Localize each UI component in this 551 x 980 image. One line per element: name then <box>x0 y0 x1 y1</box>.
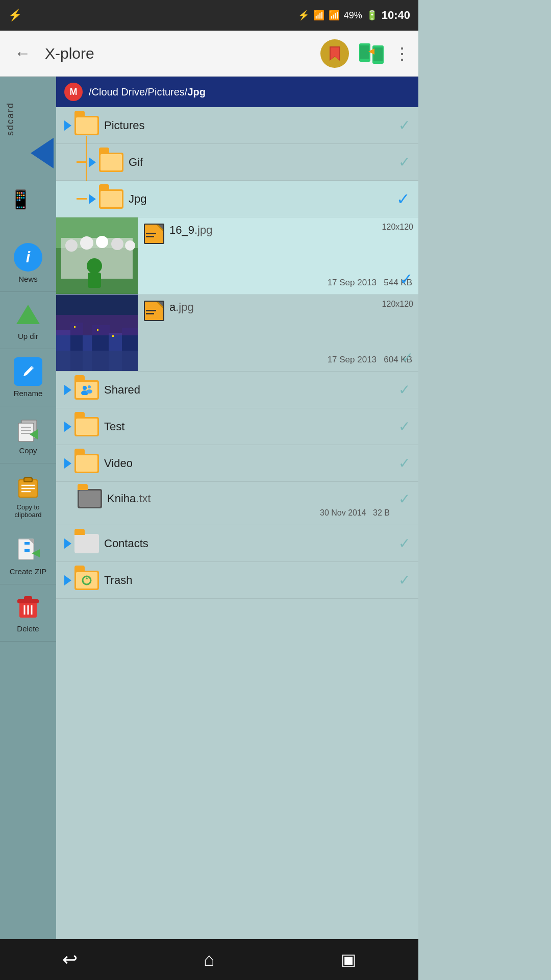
check-mark-icon: ✓ <box>398 418 410 435</box>
sdcard-arrow-icon[interactable] <box>31 138 54 168</box>
file-type-icon <box>144 301 164 321</box>
sidebar-actions: i News Up dir <box>0 235 56 642</box>
svg-rect-27 <box>24 553 30 555</box>
svg-rect-31 <box>24 596 32 600</box>
svg-point-41 <box>111 238 123 250</box>
svg-marker-1 <box>331 47 339 60</box>
image-name: 16_9.jpg <box>169 224 212 237</box>
back-button[interactable]: ← <box>8 39 37 68</box>
file-name-text: Kniha <box>107 492 136 505</box>
check-mark-icon: ✓ <box>398 455 410 472</box>
file-size: 32 B <box>373 508 390 517</box>
sidebar-item-updir[interactable]: Up dir <box>0 292 56 349</box>
check-mark-icon: ✓ <box>398 154 410 170</box>
createzip-label: Create ZIP <box>10 567 47 576</box>
sidebar-item-delete[interactable]: Delete <box>0 584 56 642</box>
sidebar-item-createzip[interactable]: Create ZIP <box>0 527 56 584</box>
image-date: 17 Sep 2013 <box>328 355 377 364</box>
svg-rect-10 <box>18 423 34 442</box>
svg-point-40 <box>96 236 108 248</box>
check-mark-icon: ✓ <box>398 491 410 507</box>
list-item[interactable]: Kniha.txt ✓ 30 Nov 2014 32 B <box>56 482 418 525</box>
folder-icon <box>99 153 123 172</box>
list-item[interactable]: Video ✓ <box>56 445 418 482</box>
expand-arrow-icon <box>64 120 71 131</box>
copy-label: Copy <box>19 446 37 455</box>
transfer-button[interactable] <box>357 39 386 68</box>
folder-icon <box>74 534 99 553</box>
list-item[interactable]: Test ✓ <box>56 408 418 445</box>
list-item[interactable]: Jpg ✓ <box>56 181 418 217</box>
bookmark-icon <box>327 45 343 62</box>
expand-arrow-icon <box>64 385 71 395</box>
bluetooth-icon: ⚡ <box>298 10 309 21</box>
clipboard-label: Copy to clipboard <box>4 503 52 519</box>
sidebar: sdcard 📱 i News Up dir <box>0 77 56 939</box>
check-mark-icon: ✓ <box>396 189 410 209</box>
file-name: Kniha.txt <box>107 492 398 505</box>
svg-rect-56 <box>56 351 138 371</box>
list-item[interactable]: Gif ✓ <box>56 144 418 181</box>
file-date: 30 Nov 2014 <box>320 508 366 517</box>
file-list: Pictures ✓ Gif ✓ <box>56 107 418 939</box>
content-panel: M /Cloud Drive/Pictures/Jpg <box>56 77 418 939</box>
svg-rect-44 <box>88 273 101 288</box>
recent-nav-button[interactable]: ▣ <box>328 944 369 975</box>
file-name: Gif <box>129 156 394 169</box>
folder-icon <box>74 454 99 473</box>
image-date: 17 Sep 2013 <box>328 278 377 287</box>
svg-rect-26 <box>24 549 30 552</box>
news-icon: i <box>14 243 42 272</box>
path-bar: M /Cloud Drive/Pictures/Jpg <box>56 77 418 107</box>
image-thumbnail <box>56 295 138 371</box>
svg-point-68 <box>86 389 92 394</box>
mega-icon: M <box>64 83 83 101</box>
list-item[interactable]: Pictures ✓ <box>56 107 418 144</box>
svg-point-65 <box>83 386 87 390</box>
list-item[interactable]: a.jpg 120x120 17 Sep 2013 604 KB ✓ <box>56 295 418 372</box>
sidebar-item-copy[interactable]: Copy <box>0 406 56 463</box>
svg-rect-48 <box>146 236 154 237</box>
image-dims: 120x120 <box>382 300 413 309</box>
file-name: Trash <box>104 574 394 587</box>
image-info: a.jpg 120x120 17 Sep 2013 604 KB ✓ <box>138 295 418 371</box>
sidebar-item-rename[interactable]: Rename <box>0 349 56 406</box>
tree-h-line <box>77 198 87 200</box>
image-dims: 120x120 <box>382 223 413 232</box>
check-mark-icon: ✓ <box>398 535 410 552</box>
image-meta: 17 Sep 2013 544 KB <box>144 278 412 288</box>
svg-rect-58 <box>74 326 76 328</box>
sdcard-device-icon: 📱 <box>9 189 32 210</box>
list-item[interactable]: Trash ✓ <box>56 562 418 599</box>
home-nav-button[interactable]: ⌂ <box>189 944 230 975</box>
bookmark-button[interactable] <box>320 39 349 68</box>
list-item[interactable]: 16_9.jpg 120x120 17 Sep 2013 544 KB ✓ <box>56 217 418 295</box>
svg-point-67 <box>88 385 91 388</box>
sidebar-item-news[interactable]: i News <box>0 235 56 292</box>
back-nav-button[interactable]: ↩ <box>49 944 90 975</box>
clipboard-icon <box>14 472 42 500</box>
svg-point-38 <box>65 239 78 252</box>
signal-icon: 📶 <box>329 10 340 21</box>
folder-icon <box>74 571 99 590</box>
battery-icon: 🔋 <box>366 10 378 21</box>
expand-arrow-icon <box>64 538 71 549</box>
image-info: 16_9.jpg 120x120 17 Sep 2013 544 KB ✓ <box>138 217 418 294</box>
check-mark-icon: ✓ <box>402 349 413 366</box>
more-menu-button[interactable]: ⋮ <box>394 44 410 63</box>
list-item[interactable]: Contacts ✓ <box>56 525 418 562</box>
svg-rect-57 <box>56 315 138 335</box>
image-thumbnail <box>56 217 138 294</box>
svg-rect-25 <box>24 546 30 548</box>
list-item[interactable]: Shared ✓ <box>56 372 418 408</box>
recent-nav-icon: ▣ <box>341 950 356 969</box>
folder-icon <box>74 116 99 135</box>
expand-arrow-icon <box>64 458 71 469</box>
back-arrow-icon: ← <box>14 44 31 63</box>
svg-point-39 <box>80 236 93 250</box>
more-icon: ⋮ <box>394 44 410 63</box>
sidebar-item-clipboard[interactable]: Copy to clipboard <box>0 463 56 527</box>
app-bar: ← X-plore ⋮ <box>0 31 418 77</box>
home-nav-icon: ⌂ <box>204 949 215 970</box>
file-meta: 30 Nov 2014 32 B <box>64 508 410 518</box>
